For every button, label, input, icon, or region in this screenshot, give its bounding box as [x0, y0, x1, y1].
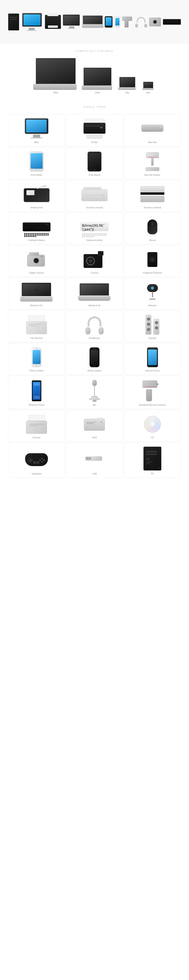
- mic-icon: [68, 380, 121, 402]
- grid-item-printer[interactable]: Printer: [66, 114, 123, 146]
- grid-item-cd[interactable]: CD: [124, 410, 181, 442]
- grid-item-scanner-closed[interactable]: Scanner (closed): [66, 180, 123, 212]
- scalable-caption-256: 256px: [53, 92, 58, 94]
- macbook-air-icon: [68, 282, 121, 302]
- ipad-black-label: iPad (black): [89, 174, 100, 176]
- mac-mini-label: Mac Mini: [148, 141, 157, 143]
- imac-label: iMac: [34, 141, 39, 143]
- scalable-caption-32: 32px: [146, 92, 151, 94]
- grid-item-android-phone[interactable]: Android Phone: [124, 343, 181, 375]
- iphone-white-label: iPhone (white): [30, 369, 44, 372]
- grid-item-scanner2[interactable]: Scanner: [8, 410, 65, 442]
- grid-item-speaker[interactable]: Speaker: [124, 310, 181, 342]
- grid-item-fax-machine[interactable]: Fax Machine: [8, 310, 65, 342]
- mac-mini-icon: [126, 118, 179, 139]
- mouse-icon: [126, 216, 179, 237]
- iphone-black-label: iPhone (black): [87, 369, 102, 372]
- grid-item-keyboard-white[interactable]: ${Array(30).fill('').join('')} Keyboard …: [66, 212, 123, 244]
- ipad-black-icon: [68, 151, 121, 172]
- grid-item-mac-mini[interactable]: Mac Mini: [124, 114, 181, 146]
- scanner-opened-icon: [126, 184, 179, 204]
- digital-camera-icon: [10, 249, 63, 270]
- camera-label: Camera: [91, 272, 98, 274]
- mouse-label: Mouse: [149, 239, 156, 241]
- headphone-label: Headphone: [89, 337, 100, 339]
- grid-item-barcode-reader[interactable]: Barcode Reader: [124, 147, 181, 179]
- grid-item-usb[interactable]: USB: [66, 442, 123, 478]
- scanner-closed-label: Scanner (closed): [86, 206, 103, 209]
- handheld-barcode-scanner-label: Handheld Barcode Scanner: [139, 404, 166, 406]
- fax-machine-label: Fax Machine: [30, 337, 43, 339]
- macbook-pro-icon: ⌘: [10, 282, 63, 302]
- hdd-icon: [68, 414, 121, 434]
- cd-icon: [126, 414, 179, 434]
- webcam-icon: [126, 282, 179, 302]
- ipad-white-icon: [10, 151, 63, 172]
- grid-item-macbook-air[interactable]: Macbook Air: [66, 278, 123, 310]
- grid-item-macbook-pro[interactable]: ⌘ Macbook Pro: [8, 278, 65, 310]
- windows-phone-icon: [10, 380, 63, 402]
- pc-label: PC: [151, 473, 154, 475]
- grid-item-webcam[interactable]: Webcam: [124, 278, 181, 310]
- grid-section: iMac Printer: [0, 112, 189, 486]
- keyboard-black-label: Keyboard (black): [28, 239, 45, 241]
- single-items-section-label: SINGLE ITEMS: [0, 100, 189, 112]
- grid-item-iphone-white[interactable]: iPhone (white): [8, 343, 65, 375]
- keyboard-white-label: Keyboard (white): [86, 239, 103, 241]
- android-phone-label: Android Phone: [145, 369, 160, 372]
- grid-item-hdd[interactable]: HDD: [66, 410, 123, 442]
- grid-item-digital-camera[interactable]: Digital Camera: [8, 245, 65, 277]
- scalable-row: 256px 128px 64px: [4, 58, 185, 94]
- scanner2-icon: [10, 414, 63, 434]
- android-phone-icon: [126, 347, 179, 368]
- scalable-section: 256px 128px 64px: [0, 56, 189, 100]
- headphone-icon: [68, 315, 121, 335]
- iphone-white-icon: [10, 347, 63, 368]
- grid-item-ipad-white[interactable]: iPad (white): [8, 147, 65, 179]
- scalable-caption-64: 64px: [125, 92, 130, 94]
- grid-item-fingerprint-detector[interactable]: Fingerprint Detector: [124, 245, 181, 277]
- grid-item-pc[interactable]: PC: [124, 442, 181, 478]
- scalable-caption-128: 128px: [95, 92, 100, 94]
- mic-label: Mic: [93, 404, 96, 406]
- grid-item-imac[interactable]: iMac: [8, 114, 65, 146]
- keyboard-white-icon: ${Array(30).fill('').join('')}: [68, 216, 121, 237]
- grid-item-gamepad[interactable]: Gamepad: [8, 442, 65, 478]
- grid-item-drawing-pad[interactable]: Drawing Pad: [8, 180, 65, 212]
- grid-item-iphone-black[interactable]: iPhone (black): [66, 343, 123, 375]
- grid-item-ipad-black[interactable]: iPad (black): [66, 147, 123, 179]
- scalable-item-256: 256px: [36, 58, 76, 94]
- hdd-label: HDD: [92, 436, 97, 439]
- drawing-pad-label: Drawing Pad: [30, 206, 43, 209]
- gamepad-icon: [10, 447, 63, 471]
- scanner-opened-label: Scanner (opened): [144, 206, 161, 209]
- gamepad-label: Gamepad: [32, 473, 41, 475]
- grid-item-headphone[interactable]: Headphone: [66, 310, 123, 342]
- grid-item-camera[interactable]: Camera: [66, 245, 123, 277]
- grid-item-scanner-opened[interactable]: Scanner (opened): [124, 180, 181, 212]
- scanner2-label: Scanner: [32, 436, 41, 439]
- iphone-black-icon: [68, 347, 121, 368]
- handheld-barcode-scanner-icon: [126, 380, 179, 402]
- fingerprint-detector-icon: [126, 249, 179, 270]
- keyboard-black-icon: ${Array(30).fill('').join('')}: [10, 216, 63, 237]
- grid-item-mouse[interactable]: Mouse: [124, 212, 181, 244]
- usb-label: USB: [92, 473, 97, 475]
- scalable-item-32: 32px: [143, 82, 153, 94]
- grid-item-mic[interactable]: Mic: [66, 375, 123, 409]
- ipad-white-label: iPad (white): [31, 174, 42, 176]
- speaker-icon: [126, 315, 179, 335]
- scanner-closed-icon: [68, 184, 121, 204]
- pc-icon: [126, 447, 179, 471]
- speaker-label: Speaker: [148, 337, 157, 339]
- camera-icon: [68, 249, 121, 270]
- grid-item-keyboard-black[interactable]: ${Array(30).fill('').join('')} Keyboard …: [8, 212, 65, 244]
- imac-icon: [10, 118, 63, 139]
- grid-item-handheld-barcode-scanner[interactable]: Handheld Barcode Scanner: [124, 375, 181, 409]
- fingerprint-detector-label: Fingerprint Detector: [143, 272, 162, 274]
- cd-label: CD: [151, 436, 154, 439]
- grid-item-windows-phone[interactable]: Windows Phone: [8, 375, 65, 409]
- scalable-item-128: 128px: [84, 68, 111, 94]
- scalable-item-64: 64px: [119, 77, 135, 94]
- macbook-pro-label: Macbook Pro: [30, 304, 43, 307]
